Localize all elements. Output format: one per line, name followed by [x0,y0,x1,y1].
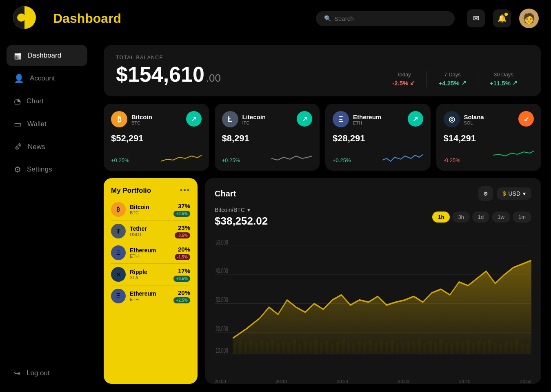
portfolio-coin-name-0: Bitcoin [130,204,169,210]
sidebar-label-chart: Chart [27,97,44,105]
crypto-card-bitcoin[interactable]: ₿ Bitcoin BTC ↗ $52,291 +0.25% [104,104,209,171]
arrow-down-icon: ↙ [410,79,415,87]
search-icon: 🔍 [324,15,331,22]
portfolio-coin-name-4: Ethereum [130,290,169,297]
portfolio-items: ₿ Bitcoin BTC 37% +2.5% ₮ Tether USDT 23… [111,199,190,307]
chart-controls: ⚙ $ USD ▾ [478,186,531,201]
arrow-up-icon-2: ↗ [512,79,518,87]
portfolio-coin-info-3: Ripple XLA [130,269,169,280]
currency-label: USD [508,190,520,197]
chart-title: Chart [215,189,236,198]
time-btn-1w[interactable]: 1w [492,212,510,223]
portfolio-menu-button[interactable]: ••• [180,186,190,195]
crypto-price-bitcoin: $52,291 [111,133,202,144]
crypto-arrow-bitcoin: ↗ [186,111,202,127]
search-input[interactable] [334,15,447,22]
portfolio-coin-icon-1: ₮ [111,224,126,238]
crypto-change-bitcoin: +0.25% [111,157,129,163]
chevron-down-icon: ▾ [523,190,526,197]
notifications-button[interactable]: 🔔 [493,9,511,27]
portfolio-item-0[interactable]: ₿ Bitcoin BTC 37% +2.5% [111,199,190,220]
balance-card: TOTAL BALANCE $154,610 .00 Today -2.5% ↙ [104,45,541,96]
portfolio-coin-info-2: Ethereum ETH [130,247,171,258]
portfolio-card: My Portfolio ••• ₿ Bitcoin BTC 37% +2.5%… [104,178,198,384]
sparkline-ethereum [382,147,423,163]
portfolio-badge-3: +3.5% [173,276,190,282]
search-bar[interactable]: 🔍 [316,11,455,26]
crypto-arrow-ethereum: ↗ [408,111,423,127]
svg-text:20.000: 20.000 [216,325,228,332]
sidebar-label-wallet: Wallet [27,120,47,128]
header: Dashboard 🔍 ✉ 🔔 🧑 [0,0,551,37]
svg-text:30.000: 30.000 [216,296,228,304]
currency-selector[interactable]: $ USD ▾ [497,187,531,200]
portfolio-title: My Portfolio [111,187,151,195]
content-area: TOTAL BALANCE $154,610 .00 Today -2.5% ↙ [94,37,551,392]
period-7days: 7 Days +4.25% ↗ [427,71,478,87]
svg-text:10.000: 10.000 [216,347,228,354]
coin-label: Bitcoin/BTC [215,207,245,213]
portfolio-item-4[interactable]: Ξ Ethereum ETH 20% +2.5% [111,285,190,307]
crypto-card-litecoin[interactable]: Ł Litecoin ITC ↗ $8,291 +0.25% [215,104,320,171]
portfolio-coin-pct-1: 23% [175,224,190,231]
chart-filter-button[interactable]: ⚙ [478,186,493,201]
time-btn-3h[interactable]: 3h [452,212,469,223]
balance-main: $154,610 [116,62,204,87]
crypto-cards-row: ₿ Bitcoin BTC ↗ $52,291 +0.25% Ł Litecoi… [104,104,541,171]
portfolio-item-3[interactable]: ✕ Ripple XLA 17% +3.5% [111,264,190,285]
portfolio-coin-icon-4: Ξ [111,289,126,303]
portfolio-badge-1: -3.5% [175,232,190,238]
portfolio-coin-ticker-0: BTC [130,210,169,215]
chart-area: Chart ⚙ $ USD ▾ [205,178,541,384]
portfolio-coin-name-3: Ripple [130,269,169,275]
coin-selector[interactable]: Bitcoin/BTC ▾ [215,207,268,213]
portfolio-coin-ticker-2: ETH [130,254,171,258]
crypto-info-solana: ◎ Solana SOL [444,111,484,127]
crypto-icon-litecoin: Ł [222,111,238,127]
sidebar-item-account[interactable]: 👤 Account [7,68,87,89]
sidebar-item-news[interactable]: 🗞 News [7,136,87,157]
crypto-card-ethereum[interactable]: Ξ Ethereum ETH ↗ $28,291 +0.25% [325,104,431,171]
crypto-card-solana[interactable]: ◎ Solana SOL ↙ $14,291 -0.25% [436,104,542,171]
logout-label: Log out [27,369,50,377]
sidebar-label-account: Account [30,74,55,82]
crypto-change-ethereum: +0.25% [333,157,351,163]
arrow-up-icon: ↗ [461,79,467,87]
messages-button[interactable]: ✉ [467,9,485,27]
crypto-price-solana: $14,291 [444,133,534,144]
portfolio-coin-right-2: 20% -1.5% [175,246,190,260]
balance-periods: Today -2.5% ↙ 7 Days +4.25% ↗ [381,71,529,87]
crypto-name-ethereum: Ethereum [353,114,381,120]
svg-point-1 [17,13,25,22]
sidebar-item-chart[interactable]: ◔ Chart [7,91,87,112]
period-30days: 30 Days +11.5% ↗ [478,71,529,87]
avatar[interactable]: 🧑 [519,9,539,28]
time-btn-1d[interactable]: 1d [472,212,489,223]
portfolio-coin-icon-2: Ξ [111,245,126,260]
portfolio-coin-pct-4: 20% [173,289,190,296]
bottom-area: My Portfolio ••• ₿ Bitcoin BTC 37% +2.5%… [104,178,541,384]
balance-label: TOTAL BALANCE [116,55,221,60]
sidebar-item-settings[interactable]: ⚙ Settings [7,159,87,180]
portfolio-coin-ticker-3: XLA [130,275,169,280]
portfolio-item-1[interactable]: ₮ Tether USDT 23% -3.5% [111,220,190,242]
chart-svg-container: 50.000 40.000 30.000 20.000 10.000 [215,232,531,376]
crypto-info-ethereum: Ξ Ethereum ETH [333,111,381,127]
portfolio-coin-right-0: 37% +2.5% [173,203,190,217]
wallet-icon: ▭ [14,119,22,129]
sparkline-bitcoin [161,147,202,163]
header-icons: ✉ 🔔 🧑 [467,9,539,28]
time-btn-1m[interactable]: 1m [513,212,531,223]
time-btn-1h[interactable]: 1h [432,212,450,223]
portfolio-item-2[interactable]: Ξ Ethereum ETH 20% -1.5% [111,242,190,264]
crypto-ticker-ethereum: ETH [353,120,381,125]
sidebar-label-news: News [28,143,45,151]
svg-text:50.000: 50.000 [216,238,228,246]
portfolio-coin-right-1: 23% -3.5% [175,224,190,238]
logout-button[interactable]: ↪ Log out [7,363,87,384]
portfolio-coin-name-1: Tether [130,225,171,232]
sidebar-item-wallet[interactable]: ▭ Wallet [7,114,87,135]
portfolio-coin-right-4: 20% +2.5% [173,289,190,303]
sidebar-item-dashboard[interactable]: ▦ Dashboard [7,45,87,66]
portfolio-coin-pct-0: 37% [173,203,190,209]
